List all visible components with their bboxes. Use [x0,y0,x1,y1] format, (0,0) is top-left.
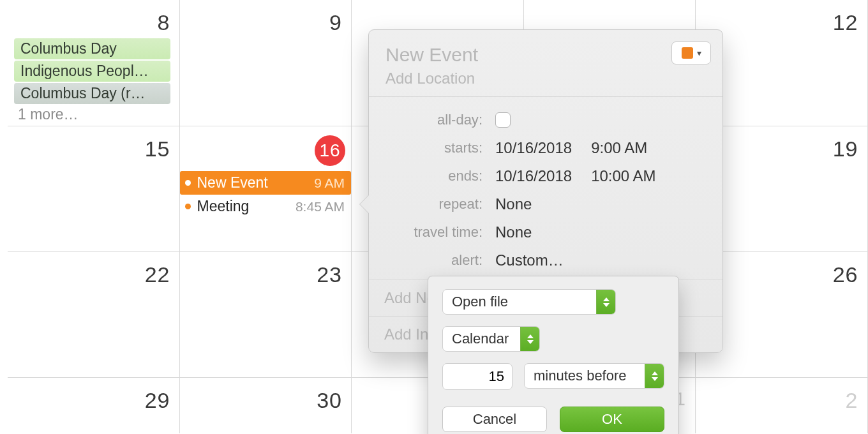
starts-label: starts [383,140,483,156]
day-number: 19 [833,137,858,161]
day-number: 29 [145,388,170,413]
allday-checkbox[interactable] [495,112,511,128]
allday-label: all-day [383,112,483,128]
cancel-button[interactable]: Cancel [442,407,547,432]
day-cell-23[interactable]: 23 [180,252,352,377]
alert-action-dropdown[interactable]: Open file [442,289,616,315]
day-number: 22 [145,262,170,287]
repeat-label: repeat [383,196,483,213]
allday-event-chip[interactable]: Indigenous Peopl… [14,61,170,82]
travel-time-label: travel time [383,224,483,241]
allday-event-chip[interactable]: Columbus Day [14,38,170,59]
ends-time-field[interactable]: 10:00 AM [591,167,655,185]
event-meeting[interactable]: Meeting 8:45 AM [180,195,352,218]
alert-action-value: Open file [452,294,508,310]
chevron-down-icon: ▾ [697,48,701,58]
day-cell-9[interactable]: 9 [180,0,352,126]
alert-unit-value: minutes before [534,368,627,384]
alert-unit-dropdown[interactable]: minutes before [524,363,664,389]
event-title: Meeting [197,198,250,215]
day-number: 8 [158,10,170,35]
day-cell-15[interactable]: 15 [8,126,180,251]
stepper-icon [520,327,539,351]
alert-file-dropdown[interactable]: Calendar [442,326,540,352]
event-title: New Event [197,174,268,191]
day-number: 12 [833,10,858,35]
more-events-link[interactable]: 1 more… [14,105,170,123]
alert-label: alert [383,252,483,269]
allday-event-chip[interactable]: Columbus Day (r… [14,83,170,104]
day-number: 26 [833,262,858,287]
day-number: 15 [145,137,170,161]
stepper-icon [645,364,664,388]
day-number: 23 [317,262,342,287]
day-number: 9 [329,10,342,35]
color-swatch-icon [682,47,693,59]
starts-time-field[interactable]: 9:00 AM [591,139,647,157]
day-number: 2 [846,388,858,413]
event-time: 8:45 AM [296,199,345,214]
event-dot-icon [185,204,191,209]
day-cell-16[interactable]: 16 New Event 9 AM Meeting 8:45 AM [180,126,352,251]
ok-button[interactable]: OK [560,407,664,432]
calendar-color-picker[interactable]: ▾ [671,41,711,64]
day-cell-30[interactable]: 30 [180,378,352,433]
alert-minutes-input[interactable] [442,363,513,390]
event-new-event[interactable]: New Event 9 AM [180,171,352,195]
alert-file-value: Calendar [452,331,509,347]
day-number: 30 [317,388,342,413]
today-badge: 16 [315,135,345,166]
ends-date-field[interactable]: 10/16/2018 [495,167,572,185]
alert-value[interactable]: Custom… [495,251,564,269]
travel-time-value[interactable]: None [495,223,532,241]
ends-label: ends [383,168,483,184]
event-title-input[interactable]: New Event [385,44,706,66]
day-cell-29[interactable]: 29 [8,378,180,433]
starts-date-field[interactable]: 10/16/2018 [495,139,572,157]
event-time: 9 AM [314,176,345,191]
day-cell-22[interactable]: 22 [8,252,180,377]
event-dot-icon [185,180,191,186]
custom-alert-panel: Open file Calendar minutes before Cancel… [428,276,679,434]
event-location-input[interactable]: Add Location [385,70,706,87]
repeat-value[interactable]: None [495,195,532,213]
day-cell-8[interactable]: 8 Columbus Day Indigenous Peopl… Columbu… [8,0,180,126]
stepper-icon [596,290,615,314]
day-cell-nov2[interactable]: 2 [696,378,868,433]
